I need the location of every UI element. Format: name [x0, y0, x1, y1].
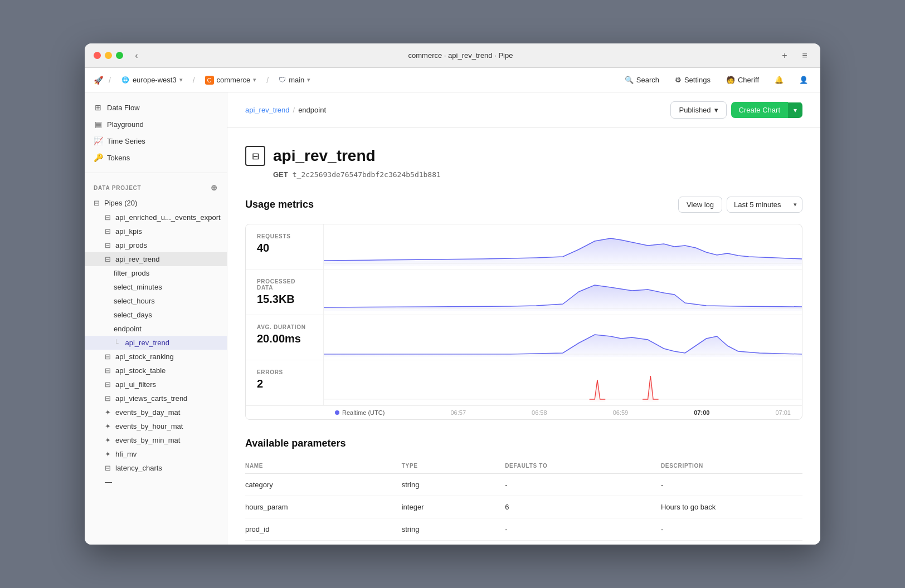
breadcrumb-link[interactable]: api_rev_trend — [245, 106, 290, 114]
params-table: NAME TYPE DEFAULTS TO DESCRIPTION catego… — [245, 458, 802, 541]
sidebar-pipe-hfi-mv[interactable]: ✦ hfi_mv — [85, 447, 227, 461]
sidebar-pipe-events-day[interactable]: ✦ events_by_day_mat — [85, 405, 227, 419]
realtime-label: Realtime (UTC) — [335, 409, 385, 416]
create-chart-button[interactable]: Create Chart — [731, 102, 788, 118]
sidebar-sub-select-minutes[interactable]: select_minutes — [85, 280, 227, 294]
search-button[interactable]: 🔍 Search — [621, 74, 663, 86]
pipe-label-ui-filters: api_ui_filters — [115, 380, 156, 389]
time-label-1: 06:58 — [532, 409, 547, 416]
new-tab-button[interactable]: + — [778, 49, 791, 62]
create-chart-dropdown-button[interactable]: ▾ — [788, 102, 802, 118]
sidebar-pipe-latency-charts[interactable]: ⊟ latency_charts — [85, 461, 227, 475]
window-title: commerce · api_rev_trend · Pipe — [150, 51, 771, 60]
user-button[interactable]: 🧑 Cheriff — [723, 74, 762, 86]
pipe-icon-1: ⊟ — [105, 227, 111, 236]
sidebar: ⊞ Data Flow ▤ Playground 📈 Time Series 🔑… — [85, 92, 227, 545]
account-icon: 👤 — [799, 76, 808, 84]
sidebar-item-tokens[interactable]: 🔑 Tokens — [85, 149, 227, 166]
sidebar-pipe-api-prods[interactable]: ⊟ api_prods — [85, 238, 227, 252]
settings-icon: ⚙ — [675, 76, 682, 84]
sidebar-pipe-api-enriched[interactable]: ⊟ api_enriched_u..._events_export — [85, 210, 227, 224]
param-name-2: prod_id — [245, 518, 402, 541]
params-table-body: category string - - hours_param integer … — [245, 474, 802, 541]
home-icon[interactable]: 🚀 — [94, 76, 103, 85]
pipe-label-3: api_rev_trend — [115, 255, 160, 263]
sidebar-sub-select-hours[interactable]: select_hours — [85, 294, 227, 308]
sidebar-item-playground[interactable]: ▤ Playground — [85, 116, 227, 133]
params-table-head: NAME TYPE DEFAULTS TO DESCRIPTION — [245, 458, 802, 474]
sidebar-pipe-api-views-carts[interactable]: ⊟ api_views_carts_trend — [85, 391, 227, 405]
project-selector[interactable]: C commerce ▾ — [201, 74, 261, 87]
time-range-select[interactable]: Last 5 minutes Last 15 minutes Last 30 m… — [727, 197, 802, 213]
notification-button[interactable]: 🔔 — [771, 74, 787, 86]
metrics-container: REQUESTS 40 — [245, 224, 802, 420]
sidebar-item-time-series[interactable]: 📈 Time Series — [85, 133, 227, 149]
published-button[interactable]: Published ▾ — [670, 101, 726, 119]
time-label-0: 06:57 — [450, 409, 466, 416]
branch-selector[interactable]: 🛡 main ▾ — [274, 74, 315, 86]
pipe-label-2: api_prods — [115, 241, 147, 249]
page-title: api_rev_trend — [273, 147, 376, 165]
sidebar-section-settings-icon[interactable]: ⊕ — [211, 183, 218, 192]
traffic-lights — [94, 52, 123, 59]
endpoint-icon: ⊟ — [252, 151, 259, 161]
sidebar-item-data-flow[interactable]: ⊞ Data Flow — [85, 99, 227, 116]
duration-label: AVG. DURATION — [257, 324, 312, 330]
section-actions: View log Last 5 minutes Last 15 minutes … — [678, 197, 802, 213]
sidebar-sub-filter-prods[interactable]: filter_prods — [85, 266, 227, 280]
pipe-label-events-min: events_by_min_mat — [115, 436, 180, 444]
pipe-icon-events-hour: ✦ — [105, 422, 111, 430]
content-header: api_rev_trend / endpoint Published ▾ Cre… — [227, 92, 820, 128]
sidebar-sub-api-rev-trend[interactable]: └ api_rev_trend — [85, 336, 227, 350]
account-button[interactable]: 👤 — [796, 74, 811, 86]
maximize-button[interactable] — [116, 52, 123, 59]
sidebar-pipe-api-ui-filters[interactable]: ⊟ api_ui_filters — [85, 378, 227, 391]
sub-label-select-minutes: select_minutes — [114, 283, 162, 291]
project-icon: C — [205, 76, 214, 85]
tree-line-icon: └ — [114, 339, 119, 347]
sidebar-pipe-api-stock-table[interactable]: ⊟ api_stock_table — [85, 364, 227, 378]
close-button[interactable] — [94, 52, 101, 59]
back-button[interactable]: ‹ — [130, 49, 143, 62]
sidebar-sub-endpoint[interactable]: endpoint — [85, 322, 227, 336]
region-label: europe-west3 — [133, 76, 177, 84]
sidebar-sub-select-days[interactable]: select_days — [85, 308, 227, 322]
sidebar-pipe-events-hour[interactable]: ✦ events_by_hour_mat — [85, 419, 227, 433]
sidebar-item-tokens-label: Tokens — [107, 154, 130, 162]
page-icon: ⊟ — [245, 146, 265, 166]
pipe-label-0: api_enriched_u..._events_export — [115, 213, 221, 222]
sidebar-pipe-events-min[interactable]: ✦ events_by_min_mat — [85, 433, 227, 447]
pipe-icon-2: ⊟ — [105, 241, 111, 249]
menu-button[interactable]: ≡ — [798, 49, 811, 62]
errors-label: ERRORS — [257, 369, 312, 375]
sub-label-select-days: select_days — [114, 311, 152, 319]
main-layout: ⊞ Data Flow ▤ Playground 📈 Time Series 🔑… — [85, 92, 820, 545]
errors-chart — [324, 360, 802, 405]
sidebar-more-indicator[interactable]: — — [85, 475, 227, 489]
view-log-button[interactable]: View log — [678, 197, 722, 213]
tokens-icon: 🔑 — [94, 153, 103, 162]
sub-label-endpoint: endpoint — [114, 325, 142, 333]
header-actions: Published ▾ Create Chart ▾ — [670, 101, 802, 119]
published-chevron: ▾ — [714, 106, 718, 114]
minimize-button[interactable] — [105, 52, 112, 59]
sidebar-pipe-api-stock-ranking[interactable]: ⊟ api_stock_ranking — [85, 350, 227, 364]
app-window: ‹ commerce · api_rev_trend · Pipe + ≡ 🚀 … — [85, 43, 820, 545]
param-row-1: hours_param integer 6 Hours to go back — [245, 496, 802, 518]
get-row: GET t_2c25693de76547bdbf2c3624b5d1b881 — [273, 170, 802, 179]
metric-label-duration: AVG. DURATION 20.00ms — [246, 315, 324, 360]
pipe-label-stock-ranking: api_stock_ranking — [115, 352, 174, 361]
sidebar-pipes-group[interactable]: ⊟ Pipes (20) — [85, 195, 227, 210]
branch-label: main — [289, 76, 304, 84]
duration-value: 20.00ms — [257, 332, 312, 345]
settings-button[interactable]: ⚙ Settings — [672, 74, 714, 86]
region-selector[interactable]: 🌐 europe-west3 ▾ — [116, 74, 187, 87]
user-label: Cheriff — [738, 76, 759, 84]
breadcrumb-current: endpoint — [298, 106, 326, 114]
sidebar-pipe-api-kpis[interactable]: ⊟ api_kpis — [85, 224, 227, 238]
pipe-icon-events-min: ✦ — [105, 436, 111, 444]
sidebar-pipe-api-rev-trend[interactable]: ⊟ api_rev_trend — [85, 252, 227, 266]
page-content: ⊟ api_rev_trend GET t_2c25693de76547bdbf… — [227, 128, 820, 545]
time-select-wrapper: Last 5 minutes Last 15 minutes Last 30 m… — [727, 197, 802, 213]
pipe-icon-0: ⊟ — [105, 213, 111, 222]
